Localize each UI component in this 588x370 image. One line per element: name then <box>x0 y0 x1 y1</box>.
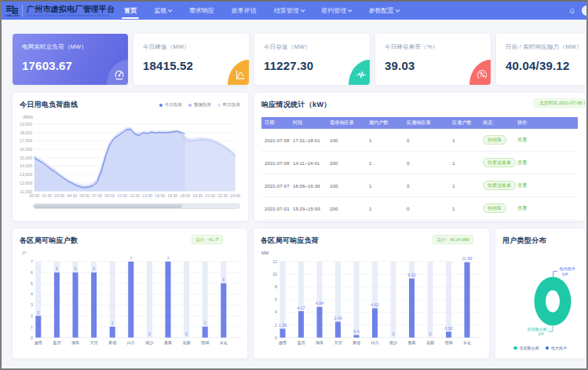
slice-value-label: 0户 <box>562 272 568 277</box>
response-table-header: 日期时段需求响应量邀约户数应邀响应量应邀户数状态操作 <box>261 117 578 129</box>
chevron-down-icon <box>301 8 305 12</box>
y-tick-label: 15,000 <box>20 156 32 160</box>
bar-value-label: 4.84 <box>316 301 324 306</box>
donut-group <box>535 277 572 326</box>
power-grid-logo-icon <box>6 5 18 14</box>
nav-item-label: 监视 <box>154 6 166 15</box>
bar <box>203 327 208 338</box>
table-col-header: 应邀响应量 <box>404 119 449 126</box>
kpi-card-1: 今日峰值（MW）18415.52 <box>133 34 249 85</box>
bar <box>73 273 79 338</box>
y-tick-label: 12 <box>272 259 277 264</box>
kpi-value: 40.04/39.12 <box>506 59 569 72</box>
chevron-down-icon <box>396 8 400 12</box>
leader-line <box>549 326 553 332</box>
bar-background-stripe <box>147 262 152 338</box>
y-tick-label: 1 <box>31 324 33 329</box>
table-cell-resp_amount: 0 <box>404 206 449 211</box>
bar-value-label: 4.17 <box>297 306 305 310</box>
right-gutter <box>585 20 587 368</box>
kpi-label: 电网实时总负荷（MW） <box>22 43 87 51</box>
bar-value-label: 0 <box>148 332 151 336</box>
y-tick-label: 0 <box>31 335 33 340</box>
bar-value-label: 11.89 <box>462 256 472 261</box>
view-link[interactable]: 查看 <box>517 205 527 211</box>
district-load-panel: 各区局可响应负荷 总计：40.04 MW MW0246810121.39越秀4.… <box>254 229 489 358</box>
y-tick-label: 6 <box>31 270 33 275</box>
kpi-card-3: 今日峰谷差率（%）39.03 <box>375 34 491 85</box>
bar <box>298 311 304 338</box>
district-users-panel: 各区局可响应户数 总计：41 户 户012345672越秀6荔湾6海珠6天河1黄… <box>13 229 247 358</box>
nav-item-0[interactable]: 首页 <box>115 2 145 20</box>
kpi-corner-wedge <box>349 60 370 85</box>
table-cell-action: 查看 <box>514 137 546 144</box>
nav-item-2[interactable]: 需求响应 <box>181 2 223 20</box>
table-cell-action: 查看 <box>514 205 546 212</box>
category-label: 天河 <box>90 340 99 346</box>
chart-zoom-slider[interactable] <box>33 203 240 209</box>
legend-dot <box>546 346 550 350</box>
bar-value-label: 2 <box>37 310 39 315</box>
view-link[interactable]: 查看 <box>517 182 527 188</box>
y-axis-unit-label: 户 <box>22 251 26 255</box>
x-tick-label: 18:00 <box>180 193 190 198</box>
response-stats-title: 响应情况统计（kW） <box>261 100 331 110</box>
category-label: 花都 <box>183 340 191 346</box>
table-cell-date: 2021-07-07 <box>261 183 290 189</box>
header-divider <box>22 5 23 16</box>
nav-item-1[interactable]: 监视 <box>145 2 181 20</box>
user-type-panel: 用户类型分布 电力用户0户负荷聚合商3户 负荷聚合商电力用户 <box>495 229 585 358</box>
category-label: 从化 <box>220 340 228 346</box>
gauge-icon <box>113 68 126 81</box>
kpi-value: 18415.52 <box>143 59 193 72</box>
response-stats-panel: 响应情况统计（kW） 北京时间 2021-07-08 18:01:23 日期时段… <box>254 93 585 221</box>
table-cell-invited: 1 <box>366 137 404 143</box>
y-tick-label: 13,000 <box>20 172 32 177</box>
bar-value-label: 6 <box>56 266 58 271</box>
kpi-card-0: 电网实时总负荷（MW）17603.67 <box>13 34 128 85</box>
nav-item-6[interactable]: 参数配置 <box>360 2 408 20</box>
district-load-chart: MW0246810121.39越秀4.17荔湾4.84海珠2.49天河0.4黄埔… <box>254 246 489 356</box>
bar-value-label: 6 <box>75 266 77 271</box>
user-avatar[interactable] <box>582 5 588 16</box>
category-label: 从化 <box>463 340 471 346</box>
nav-item-5[interactable]: 签约管理 <box>312 2 360 20</box>
legend-item[interactable]: 负荷聚合商 <box>513 346 539 350</box>
legend-label: 负荷聚合商 <box>520 346 539 350</box>
nav-item-label: 效果评估 <box>232 6 257 15</box>
category-label: 南沙 <box>145 340 154 346</box>
bar <box>166 262 171 338</box>
nav-item-label: 首页 <box>124 6 137 15</box>
nav-item-label: 参数配置 <box>369 6 394 15</box>
view-link[interactable]: 查看 <box>517 159 527 165</box>
category-label: 番禺 <box>407 340 415 346</box>
nav-item-4[interactable]: 结算管理 <box>265 2 313 20</box>
category-label: 白云 <box>127 340 135 345</box>
x-tick-label: 06:00 <box>79 193 89 198</box>
chart-zoom-selection[interactable] <box>34 204 182 208</box>
x-tick-label: 10:30 <box>117 193 127 198</box>
table-cell-resp_amount: 0 <box>404 160 449 166</box>
table-cell-status: 待发送账单 <box>480 181 514 190</box>
y-tick-label: 2 <box>275 323 277 328</box>
table-cell-action: 查看 <box>514 159 546 167</box>
x-tick-label: 09:00 <box>104 193 115 198</box>
table-cell-status: 待结算 <box>480 203 514 213</box>
table-row: 2021-07-0115:29~15:59200101待结算查看 <box>261 197 578 220</box>
bell-icon[interactable] <box>568 7 576 15</box>
table-col-header: 状态 <box>480 119 514 126</box>
kpi-cards-row: 电网实时总负荷（MW）17603.67今日峰值（MW）18415.52今日谷值（… <box>13 34 588 85</box>
district-load-title: 各区局可响应负荷 <box>261 236 319 246</box>
y-tick-label: 0 <box>275 335 277 340</box>
bar-background-stripe <box>184 262 189 338</box>
view-link[interactable]: 查看 <box>517 137 527 142</box>
legend-item[interactable]: 电力用户 <box>546 346 568 350</box>
table-cell-date: 2021-07-01 <box>261 206 290 211</box>
bar-value-label: 1 <box>204 321 206 325</box>
nav-item-3[interactable]: 效果评估 <box>223 2 265 20</box>
y-tick-label: 17,000 <box>20 138 32 143</box>
legend-dot <box>217 104 221 107</box>
bar-value-label: 2.49 <box>334 316 342 321</box>
kpi-value: 39.03 <box>385 59 415 72</box>
table-cell-resp_users: 1 <box>449 137 480 143</box>
